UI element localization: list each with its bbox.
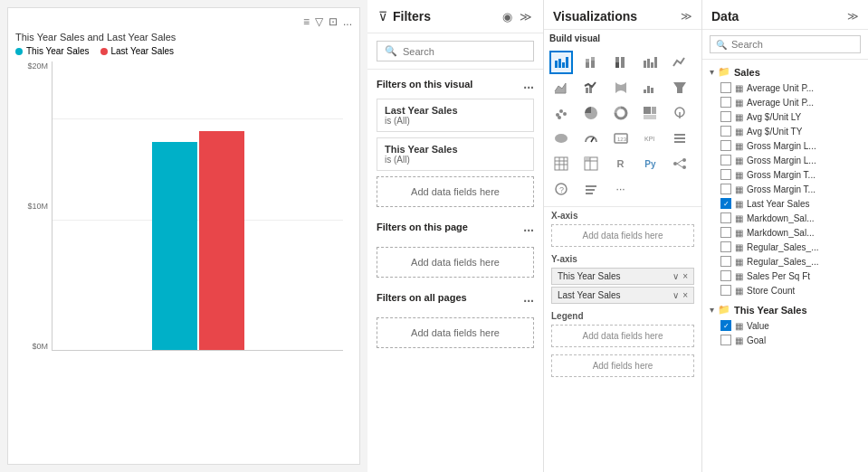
viz-small-multiples-add[interactable]: Add fields here [551, 354, 694, 377]
viz-xaxis-add[interactable]: Add data fields here [551, 224, 694, 247]
svg-rect-3 [566, 57, 568, 68]
ty-folder-icon: 📁 [718, 304, 730, 316]
check-value[interactable]: ✓ [720, 320, 731, 331]
bar-this-year[interactable] [152, 142, 197, 350]
viz-icon-decomp-tree[interactable] [668, 152, 692, 175]
page-add-fields[interactable]: Add data fields here [377, 247, 534, 278]
viz-icon-clustered-bar[interactable] [549, 51, 573, 74]
bar-last-year[interactable] [199, 131, 244, 350]
viz-icon-smart-narrative[interactable] [579, 177, 603, 201]
viz-yaxis-tag-ty[interactable]: This Year Sales ∨ × [551, 268, 694, 285]
data-item-markdown-sal1[interactable]: ▦ Markdown_Sal... [702, 211, 868, 225]
viz-icon-100pct-bar[interactable] [609, 51, 633, 74]
viz-icon-map[interactable] [668, 101, 692, 125]
y-label-10m: $10M [15, 202, 52, 211]
check-regular-sal2[interactable] [720, 256, 731, 267]
close-icon-ty[interactable]: × [682, 271, 688, 281]
viz-icon-donut[interactable] [609, 101, 633, 125]
all-add-fields[interactable]: Add data fields here [377, 317, 534, 348]
viz-icon-r-script[interactable]: R [609, 152, 633, 175]
data-group-this-year-sales: ▾ 📁 This Year Sales ✓ ▦ Value ▦ Goal [702, 301, 868, 347]
visual-add-fields[interactable]: Add data fields here [377, 176, 534, 207]
data-group-sales-header[interactable]: ▾ 📁 Sales [702, 63, 868, 80]
legend-dot-ly [100, 48, 108, 55]
check-markdown-sal1[interactable] [720, 212, 731, 223]
data-item-store-count[interactable]: ▦ Store Count [702, 283, 868, 297]
viz-icon-treemap[interactable] [638, 101, 662, 125]
data-item-goal[interactable]: ▦ Goal [702, 333, 868, 347]
data-item-value[interactable]: ✓ ▦ Value [702, 318, 868, 333]
viz-icon-line[interactable] [668, 51, 692, 74]
check-goal[interactable] [720, 335, 731, 345]
data-item-gm-t2[interactable]: ▦ Gross Margin T... [702, 182, 868, 196]
check-gm-t1[interactable] [720, 169, 731, 180]
close-icon-ly[interactable]: × [682, 290, 688, 300]
filters-search-input[interactable] [403, 46, 526, 57]
page-filter-more[interactable]: ... [523, 220, 534, 234]
data-item-gm-l1[interactable]: ▦ Gross Margin L... [702, 138, 868, 153]
viz-icon-slicer[interactable] [668, 127, 692, 150]
viz-icon-scatter[interactable] [549, 101, 573, 125]
data-item-avg-unit-ty[interactable]: ▦ Avg $/Unit TY [702, 124, 868, 138]
data-item-markdown-sal2[interactable]: ▦ Markdown_Sal... [702, 225, 868, 240]
data-item-sales-per-sq-ft[interactable]: ▦ Sales Per Sq Ft [702, 269, 868, 283]
data-item-avg-unit-p2[interactable]: ▦ Average Unit P... [702, 95, 868, 109]
viz-icon-funnel[interactable] [668, 76, 692, 99]
viz-icon-pie[interactable] [579, 101, 603, 125]
check-sales-per-sq-ft[interactable] [720, 270, 731, 281]
check-store-count[interactable] [720, 285, 731, 296]
check-gm-l1[interactable] [720, 140, 731, 151]
data-item-last-year-sales[interactable]: ✓ ▦ Last Year Sales [702, 196, 868, 211]
more-icon[interactable]: ... [343, 15, 352, 28]
check-last-year-sales[interactable]: ✓ [720, 198, 731, 209]
data-item-avg-unit-p1[interactable]: ▦ Average Unit P... [702, 80, 868, 95]
all-filter-more[interactable]: ... [523, 290, 534, 305]
filter-card-ty[interactable]: This Year Sales is (All) [377, 137, 534, 171]
hamburger-icon[interactable]: ≡ [303, 15, 310, 28]
filter-icon[interactable]: ▽ [315, 15, 323, 28]
eye-icon[interactable]: ◉ [502, 10, 512, 24]
visual-filter-more[interactable]: ... [523, 77, 534, 91]
check-avg-unit-ty[interactable] [720, 126, 731, 137]
data-group-ty-header[interactable]: ▾ 📁 This Year Sales [702, 301, 868, 318]
viz-icon-more[interactable]: ··· [609, 177, 633, 201]
viz-icon-card[interactable]: 123 [609, 127, 633, 150]
viz-icon-python[interactable]: Py [638, 152, 662, 175]
data-search-input[interactable] [731, 39, 854, 50]
viz-icon-gauge[interactable] [579, 127, 603, 150]
data-item-regular-sal1[interactable]: ▦ Regular_Sales_... [702, 240, 868, 254]
check-markdown-sal2[interactable] [720, 227, 731, 238]
check-avg-unit-ly[interactable] [720, 111, 731, 122]
viz-icon-qa[interactable]: ? [549, 177, 573, 201]
viz-yaxis-tag-ly[interactable]: Last Year Sales ∨ × [551, 287, 694, 304]
filter-card-ly[interactable]: Last Year Sales is (All) [377, 99, 534, 132]
viz-icon-ribbon[interactable] [609, 76, 633, 99]
expand-icon[interactable]: ⊡ [329, 15, 338, 28]
data-item-gm-t1[interactable]: ▦ Gross Margin T... [702, 167, 868, 182]
expand-right-icon[interactable]: ≫ [520, 10, 532, 24]
check-avg-unit-p2[interactable] [720, 97, 731, 108]
viz-icon-table[interactable] [549, 152, 573, 175]
chevron-down-icon-ty[interactable]: ∨ [672, 271, 679, 281]
check-regular-sal1[interactable] [720, 241, 731, 252]
check-gm-l2[interactable] [720, 155, 731, 165]
data-expand-icon[interactable]: ≫ [847, 10, 859, 23]
viz-icon-stacked-bar[interactable] [579, 51, 603, 74]
data-item-avg-unit-ly[interactable]: ▦ Avg $/Unit LY [702, 109, 868, 124]
viz-expand-icon[interactable]: ≫ [681, 10, 692, 23]
viz-icon-line-col[interactable] [579, 76, 603, 99]
viz-icon-waterfall[interactable] [638, 76, 662, 99]
viz-icon-matrix[interactable] [579, 152, 603, 175]
viz-icon-filled-map[interactable] [549, 127, 573, 150]
viz-icon-kpi[interactable]: KPI [638, 127, 662, 150]
chevron-down-icon-ly[interactable]: ∨ [672, 290, 679, 300]
viz-icon-clustered-col[interactable] [638, 51, 662, 74]
viz-icon-area[interactable] [549, 76, 573, 99]
label-gm-t2: Gross Margin T... [747, 184, 816, 194]
data-item-regular-sal2[interactable]: ▦ Regular_Sales_... [702, 254, 868, 269]
data-item-gm-l2[interactable]: ▦ Gross Margin L... [702, 153, 868, 167]
field-icon-gm-l1: ▦ [735, 141, 743, 151]
check-avg-unit-p1[interactable] [720, 82, 731, 93]
viz-legend-add[interactable]: Add data fields here [551, 325, 694, 347]
check-gm-t2[interactable] [720, 184, 731, 194]
